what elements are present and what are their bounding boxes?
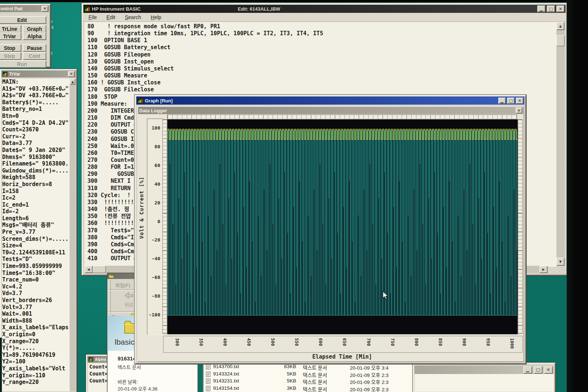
close-icon[interactable]: ✕ xyxy=(42,6,48,12)
trvar-variable-line: Screen_dims(*)=..... xyxy=(2,236,69,243)
trvar-titlebar[interactable]: TrVar ✕ xyxy=(1,70,76,77)
graph-titlebar[interactable]: Graph [Run] ▁ □ ✕ xyxy=(136,97,524,105)
scroll-up-icon[interactable]: ▲ xyxy=(556,22,564,30)
y-tick-label: -80 xyxy=(147,293,160,299)
code-line: 90 ! integration time 10ms, 1PLC, 10PLC,… xyxy=(85,30,556,37)
trvar-scrollbar[interactable]: ▲ xyxy=(70,79,75,391)
trvar-variable-line: Ic_end=1 xyxy=(2,202,69,208)
control-pad-button-edit[interactable]: Edit xyxy=(0,16,46,24)
scrollbar-thumb[interactable] xyxy=(556,35,564,46)
text-file-icon xyxy=(206,371,211,377)
trvar-variable-line: Curr=-2 xyxy=(2,133,69,140)
minimize-icon[interactable]: ▁ xyxy=(537,6,545,12)
text-file-icon xyxy=(206,371,211,378)
basic-vertical-scrollbar[interactable]: ▲ ▼ xyxy=(556,22,564,266)
data-logger-titlebar[interactable]: Data Logger ✕ xyxy=(138,107,523,114)
scroll-down-icon[interactable]: ▼ xyxy=(556,258,564,266)
data-logger-title: Data Logger xyxy=(139,108,167,113)
y-tick-label: -100 xyxy=(147,312,160,317)
file-name: 9143231.txt xyxy=(213,378,239,384)
trvar-variable-line: Vd=3.7 xyxy=(2,290,69,297)
code-line: 130 GOSUB Inst_open xyxy=(85,58,556,65)
basic-titlebar[interactable]: HP Instrument BASIC Edit: 6143ALL,IBW ▁ … xyxy=(83,5,566,13)
maximize-icon[interactable]: □ xyxy=(507,98,514,104)
y-tick-label: 80 xyxy=(147,144,160,149)
y-tick-label: 100 xyxy=(147,125,160,131)
trvar-variable-line: A1$="DV +03.766E+0↵" xyxy=(2,86,69,92)
y-tick-label: -40 xyxy=(147,256,160,261)
back-arrow-icon xyxy=(124,291,134,300)
waveform-svg xyxy=(168,120,517,334)
maximize-icon[interactable]: □ xyxy=(547,6,555,12)
minimize-icon[interactable]: ▁ xyxy=(523,366,532,374)
file-size: 83KB xyxy=(277,364,296,369)
x-axis-label: Elapsed Time [Min] xyxy=(167,353,517,360)
menu-search[interactable]: Search xyxy=(125,14,141,20)
trvar-variable-line: Size=4 xyxy=(2,242,69,249)
file-row[interactable]: 9143154.txt3KB텍스트 문서20-01-09 오후 2:3 xyxy=(204,385,413,392)
minimize-icon[interactable]: ▁ xyxy=(498,98,506,104)
file-date: 20-01-09 오후 3:4 xyxy=(350,364,388,371)
alpha-window-icon xyxy=(89,357,93,362)
menu-help[interactable]: Help xyxy=(151,14,161,20)
scroll-right-icon[interactable]: ▶ xyxy=(539,266,548,273)
file-menu[interactable]: 파일(F) xyxy=(115,282,130,288)
close-icon[interactable]: ✕ xyxy=(68,71,75,77)
file-row[interactable]: 9143324.txt5KB텍스트 문서20-01-09 오후 2:3 xyxy=(204,371,413,378)
file-size: 3KB xyxy=(277,385,296,391)
trvar-variable-line: Data=3.77 xyxy=(2,140,69,147)
trvar-variable-line: Horiz_borders=8 xyxy=(2,181,69,188)
control-pad-button-stop[interactable]: Stop xyxy=(0,44,21,52)
menu-file[interactable]: File xyxy=(89,14,97,20)
basic-edit-file-label: Edit: 6143ALL,IBW xyxy=(238,6,280,12)
control-pad-button-trline[interactable]: TrLine xyxy=(0,25,21,33)
control-pad-button-trvar[interactable]: TrVar xyxy=(0,32,21,40)
scroll-left-icon[interactable]: ◀ xyxy=(85,266,93,273)
control-pad-button-graph[interactable]: Graph xyxy=(23,25,46,33)
text-file-icon xyxy=(206,378,211,385)
y-tick-panel xyxy=(147,119,163,335)
resize-grip[interactable] xyxy=(557,266,566,274)
code-line: 120 GOSUB Fileopen xyxy=(85,51,556,58)
x-tick-label: 1000 xyxy=(509,338,514,352)
control-pad-titlebar[interactable]: Control Pad ✕ xyxy=(0,5,49,12)
file-name: 9143324.txt xyxy=(213,371,239,377)
scroll-up-icon[interactable]: ▲ xyxy=(70,79,75,85)
close-icon[interactable]: ✕ xyxy=(544,366,553,374)
trvar-variable-line: Time=993.059999999 xyxy=(2,263,69,270)
y-tick-label: -20 xyxy=(147,237,160,243)
text-file-icon xyxy=(206,364,211,371)
trvar-variable-line: Id=-2 xyxy=(2,208,69,215)
maximize-icon[interactable]: □ xyxy=(534,366,542,374)
x-tick-label: 350 xyxy=(198,338,204,352)
file-row[interactable]: 9143231.txt5KB텍스트 문서20-01-09 오후 2:3 xyxy=(204,378,413,385)
file-type: 텍스트 문서 xyxy=(303,364,327,371)
bottom-right-content xyxy=(415,374,554,392)
selected-file-type: 텍스트 문서 xyxy=(118,363,141,370)
menu-edit[interactable]: Edit xyxy=(107,14,115,20)
trvar-variable-line: Pre_v=3.77 xyxy=(2,229,69,236)
waveform-plot[interactable] xyxy=(167,119,518,334)
folder-name: lbasic xyxy=(115,338,135,346)
trvar-variable-line: Battery$(*)=..... xyxy=(2,99,69,106)
trvar-variable-line: Height=588 xyxy=(2,174,69,181)
trvar-variable-line: Dhms$=" 9163800" xyxy=(2,154,69,161)
trvar-variable-list[interactable]: MAIN:A1$="DV +03.766E+0↵"A2$="DV +03.766… xyxy=(2,79,69,391)
file-list-pane[interactable]: 9143700.txt83KB텍스트 문서20-01-09 오후 3:49143… xyxy=(203,362,413,392)
x-tick-label: 500 xyxy=(270,338,275,352)
text-file-icon xyxy=(206,378,211,384)
close-icon[interactable]: ✕ xyxy=(516,108,522,113)
folder-icon xyxy=(109,274,114,278)
control-pad-button-pause[interactable]: Pause xyxy=(23,44,46,52)
bottom-right-titlebar[interactable]: ▁ □ ✕ xyxy=(415,366,554,374)
trvar-title: TrVar xyxy=(9,72,20,77)
code-line: 110 GOSUB Battery_select xyxy=(85,44,556,51)
file-row[interactable]: 9143700.txt83KB텍스트 문서20-01-09 오후 3:4 xyxy=(204,364,413,371)
close-icon[interactable]: ✕ xyxy=(556,6,564,12)
scrollbar-thumb[interactable] xyxy=(93,266,106,273)
code-line: 140 GOSUB Stimulus_select xyxy=(85,65,556,72)
x-tick-label: 650 xyxy=(342,338,347,352)
close-icon[interactable]: ✕ xyxy=(516,98,523,104)
graph-window-icon xyxy=(137,98,143,104)
control-pad-button-alpha[interactable]: Alpha xyxy=(23,32,46,40)
